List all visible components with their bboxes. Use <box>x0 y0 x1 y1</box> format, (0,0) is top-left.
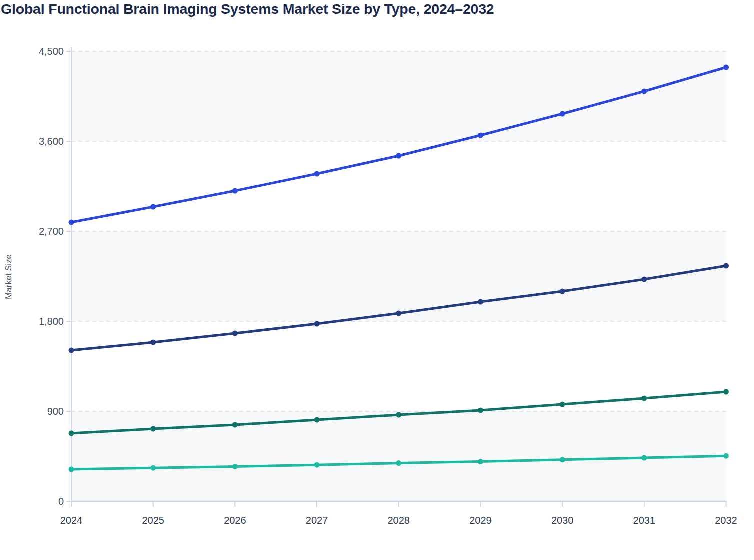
line-chart: 09001,8002,7003,6004,5002024202520262027… <box>0 0 754 560</box>
series-4-point <box>314 462 320 468</box>
series-1-point <box>560 112 566 117</box>
series-4-point <box>396 460 402 466</box>
series-4-point <box>642 456 647 461</box>
y-tick-label: 1,800 <box>39 316 64 327</box>
series-3-point <box>478 408 484 414</box>
series-1-point <box>314 172 320 177</box>
x-tick-label: 2030 <box>552 515 574 526</box>
plot-band <box>72 412 726 502</box>
series-3-point <box>724 390 729 395</box>
series-2-point <box>150 340 156 346</box>
series-3-point <box>314 418 320 423</box>
y-tick-label: 2,700 <box>39 226 64 237</box>
series-1-point <box>642 89 647 94</box>
series-2-point <box>724 264 729 269</box>
series-2-point <box>642 277 647 282</box>
series-1-point <box>478 133 484 138</box>
y-tick-label: 900 <box>48 406 64 417</box>
series-1-point <box>232 188 238 194</box>
x-tick-label: 2032 <box>715 515 738 526</box>
series-3-point <box>150 426 156 432</box>
y-tick-label: 4,500 <box>39 46 64 57</box>
y-tick-label: 0 <box>58 496 64 507</box>
series-1-point <box>150 204 156 210</box>
x-tick-label: 2025 <box>142 515 164 526</box>
x-tick-label: 2027 <box>306 515 328 526</box>
series-3-point <box>396 412 402 418</box>
x-tick-label: 2031 <box>634 515 656 526</box>
plot-band <box>72 232 726 322</box>
series-4-point <box>560 457 566 462</box>
series-2-point <box>69 348 74 354</box>
series-2-point <box>396 311 402 316</box>
series-2-point <box>314 322 320 327</box>
series-4-point <box>150 466 156 471</box>
series-4-point <box>724 454 729 459</box>
chart-page: Global Functional Brain Imaging Systems … <box>0 0 754 560</box>
series-1-point <box>69 220 74 226</box>
series-4-point <box>232 464 238 470</box>
series-2-point <box>232 331 238 336</box>
series-3-point <box>560 402 566 408</box>
series-1-point <box>396 154 402 159</box>
x-tick-label: 2028 <box>388 515 410 526</box>
series-1-point <box>724 65 729 70</box>
series-3-point <box>69 431 74 436</box>
y-tick-label: 3,600 <box>39 136 64 147</box>
series-2-point <box>478 300 484 305</box>
series-4-point <box>69 467 74 472</box>
x-tick-label: 2026 <box>224 515 246 526</box>
x-tick-label: 2029 <box>470 515 492 526</box>
series-2-point <box>560 289 566 294</box>
series-3-point <box>232 422 238 428</box>
series-4-point <box>478 459 484 464</box>
x-tick-label: 2024 <box>60 515 83 526</box>
series-3-point <box>642 396 647 402</box>
